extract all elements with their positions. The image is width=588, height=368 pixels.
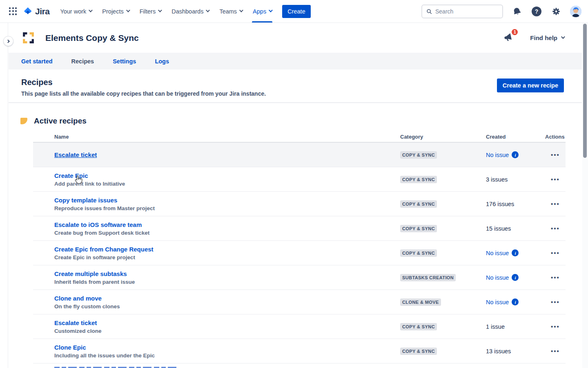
page-description: This page lists all the available copy r… <box>21 90 266 97</box>
info-icon[interactable]: i <box>512 298 519 305</box>
chevron-down-icon <box>158 8 162 12</box>
active-recipes-title: Active recipes <box>34 117 87 126</box>
nav-label: Teams <box>219 8 237 15</box>
search-input[interactable] <box>435 8 498 15</box>
recipe-name-cell: Clone and move On the fly custom clones <box>54 295 400 310</box>
info-icon[interactable]: i <box>512 249 519 256</box>
category-badge: CLONE & MOVE <box>400 298 441 306</box>
row-actions-button[interactable]: ••• <box>545 348 566 355</box>
table-header-row: Name Category Created Actions <box>33 131 566 143</box>
tab-logs[interactable]: Logs <box>155 58 169 65</box>
chevron-down-icon <box>269 8 273 12</box>
recipes-table: Name Category Created Actions Escalate t… <box>33 131 566 368</box>
table-row: Escalate ticket Customized clone COPY & … <box>33 314 566 339</box>
info-icon[interactable]: i <box>512 274 519 281</box>
info-icon[interactable]: i <box>512 151 519 158</box>
created-cell: 1 issue i <box>486 323 545 330</box>
jira-logo[interactable]: Jira <box>23 7 49 16</box>
user-avatar[interactable] <box>570 6 581 17</box>
created-cell: 3 issues i <box>486 176 545 183</box>
table-row: Escalate to iOS software team Create bug… <box>33 216 566 241</box>
nav-label: Apps <box>253 8 266 15</box>
chevron-down-icon <box>126 8 130 12</box>
recipe-description: On the fly custom clones <box>54 303 400 310</box>
nav-filters[interactable]: Filters <box>140 0 161 22</box>
app-shell: Elements Copy & Sync 1 Find help G <box>0 23 588 368</box>
nav-dashboards[interactable]: Dashboards <box>172 0 209 22</box>
recipe-name-cell: Create Epic from Change Request Create E… <box>54 246 400 260</box>
row-actions-button[interactable]: ••• <box>545 151 566 158</box>
scrollbar-thumb[interactable] <box>583 24 587 158</box>
table-row: Clone and move On the fly custom clones … <box>33 290 566 314</box>
nav-projects[interactable]: Projects <box>102 0 129 22</box>
recipe-link[interactable]: Copy template issues <box>54 197 117 204</box>
created-value: 3 issues <box>486 176 508 183</box>
created-cell: 15 issues i <box>486 225 545 232</box>
row-actions-button[interactable]: ••• <box>545 225 566 232</box>
tab-recipes[interactable]: Recipes <box>71 58 94 65</box>
recipe-name-cell: Escalate ticket <box>54 151 400 158</box>
settings-button[interactable] <box>550 6 562 17</box>
table-row: Create multiple subtasks Inherit fields … <box>33 265 566 290</box>
table-row: Clone Epic Including all the issues unde… <box>33 339 566 364</box>
row-actions-button[interactable]: ••• <box>545 298 566 305</box>
page-title: Recipes <box>21 78 266 87</box>
row-actions-button[interactable]: ••• <box>545 249 566 256</box>
row-actions-button[interactable]: ••• <box>545 200 566 207</box>
nav-apps[interactable]: Apps <box>253 0 272 22</box>
app-header-right: 1 Find help <box>503 32 564 44</box>
nav-teams[interactable]: Teams <box>219 0 242 22</box>
created-value: No issue <box>486 299 509 305</box>
row-actions-button[interactable]: ••• <box>545 274 566 281</box>
recipe-label-icon <box>20 118 27 124</box>
recipe-link[interactable]: Escalate ticket <box>54 319 97 326</box>
col-name: Name <box>54 134 400 140</box>
created-cell: No issue i <box>486 298 545 305</box>
table-row: Create Epic Add parent link to Initiativ… <box>33 167 566 192</box>
create-new-recipe-button[interactable]: Create a new recipe <box>497 79 564 92</box>
bell-icon <box>512 7 521 16</box>
page-scrollbar[interactable] <box>582 23 588 368</box>
page-header-text: Recipes This page lists all the availabl… <box>21 78 266 97</box>
created-value: 13 issues <box>486 348 511 355</box>
nav-your-work[interactable]: Your work <box>60 0 91 22</box>
recipe-description: Create bug from Support desk ticket <box>54 230 400 236</box>
recipe-link[interactable]: Escalate ticket <box>54 151 97 158</box>
help-button[interactable]: ? <box>531 6 542 17</box>
find-help-dropdown[interactable]: Find help <box>530 34 564 41</box>
recipe-name-cell: Create Epic Add parent link to Initiativ… <box>54 172 400 187</box>
category-badge: SUBTASKS CREATION <box>400 274 456 281</box>
row-actions-button[interactable]: ••• <box>545 323 566 330</box>
announcements-button[interactable]: 1 <box>503 32 514 44</box>
tab-get-started[interactable]: Get started <box>21 58 53 65</box>
app-tabbar: Get started Recipes Settings Logs <box>9 53 582 70</box>
recipe-link[interactable]: Create Epic from Change Request <box>54 246 154 253</box>
recipe-link[interactable]: Create Epic <box>54 172 88 179</box>
category-badge: COPY & SYNC <box>400 200 437 208</box>
main-panel: Elements Copy & Sync 1 Find help G <box>9 23 582 368</box>
global-search[interactable] <box>421 4 503 18</box>
recipe-name-cell: Create multiple subtasks Inherit fields … <box>54 270 400 285</box>
recipe-description: Inherit fields from parent issue <box>54 279 400 285</box>
recipe-link[interactable]: Create multiple subtasks <box>54 270 127 277</box>
row-actions-button[interactable]: ••• <box>545 176 566 183</box>
recipe-link[interactable]: Clone and move <box>54 295 102 302</box>
create-button[interactable]: Create <box>282 5 311 18</box>
recipe-name-cell: Copy template issues Reproduce issues fr… <box>54 197 400 211</box>
sidebar-expand-button[interactable] <box>3 36 13 46</box>
chevron-down-icon <box>561 35 565 39</box>
main-menu: Your work Projects Filters Dashboards Te… <box>60 0 272 22</box>
find-help-label: Find help <box>530 34 557 41</box>
recipe-description: Including all the issues under the Epic <box>54 352 400 359</box>
category-badge: COPY & SYNC <box>400 176 437 183</box>
created-value: 176 issues <box>486 201 514 207</box>
created-cell: No issue i <box>486 249 545 256</box>
created-cell: 176 issues i <box>486 201 545 207</box>
recipe-link[interactable]: Clone Epic <box>54 344 86 351</box>
tab-settings[interactable]: Settings <box>113 58 136 65</box>
recipe-description: Reproduce issues from Master project <box>54 205 400 211</box>
recipe-link[interactable]: Escalate to iOS software team <box>54 221 142 228</box>
app-switcher-icon[interactable] <box>9 7 17 16</box>
notifications-button[interactable] <box>511 6 523 17</box>
nav-right-cluster: ? <box>421 4 581 18</box>
